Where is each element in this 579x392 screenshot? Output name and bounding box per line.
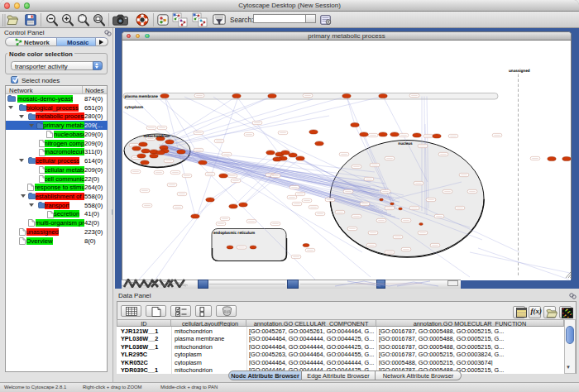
svg-text:unassigned: unassigned — [509, 68, 530, 73]
svg-text:cytoplasm: cytoplasm — [125, 104, 144, 109]
svg-text:nucleus: nucleus — [398, 141, 412, 146]
svg-text:endoplasmic reticulum: endoplasmic reticulum — [213, 231, 255, 236]
svg-text:mitochondrion: mitochondrion — [143, 134, 170, 139]
svg-text:plasma membrane: plasma membrane — [125, 93, 158, 98]
